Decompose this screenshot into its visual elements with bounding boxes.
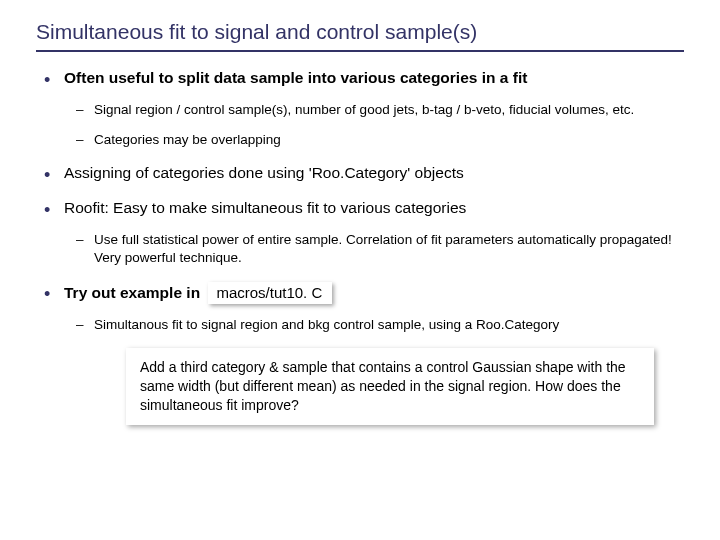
sub-bullet-item: Signal region / control sample(s), numbe…: [64, 101, 684, 119]
sub-bullet-item: Simultanous fit to signal region and bkg…: [64, 316, 684, 334]
bullet-text: Often useful to split data sample into v…: [64, 69, 527, 86]
sub-bullet-list: Use full statistical power of entire sam…: [64, 231, 684, 267]
bullet-text: Roofit: Easy to make simultaneous fit to…: [64, 199, 466, 216]
bullet-item: Try out example in macros/tut10. C Simul…: [36, 282, 684, 334]
sub-bullet-item: Use full statistical power of entire sam…: [64, 231, 684, 267]
exercise-note-box: Add a third category & sample that conta…: [126, 348, 654, 425]
bullet-text-prefix: Try out example in: [64, 284, 204, 301]
sub-bullet-item: Categories may be overlapping: [64, 131, 684, 149]
sub-bullet-list: Simultanous fit to signal region and bkg…: [64, 316, 684, 334]
slide-title: Simultaneous fit to signal and control s…: [36, 20, 684, 52]
bullet-item: Roofit: Easy to make simultaneous fit to…: [36, 198, 684, 267]
bullet-text: Assigning of categories done using 'Roo.…: [64, 164, 464, 181]
bullet-item: Assigning of categories done using 'Roo.…: [36, 163, 684, 184]
code-filename-box: macros/tut10. C: [208, 282, 332, 304]
bullet-item: Often useful to split data sample into v…: [36, 68, 684, 149]
bullet-list: Often useful to split data sample into v…: [36, 68, 684, 334]
sub-bullet-list: Signal region / control sample(s), numbe…: [64, 101, 684, 149]
slide: Simultaneous fit to signal and control s…: [0, 0, 720, 425]
